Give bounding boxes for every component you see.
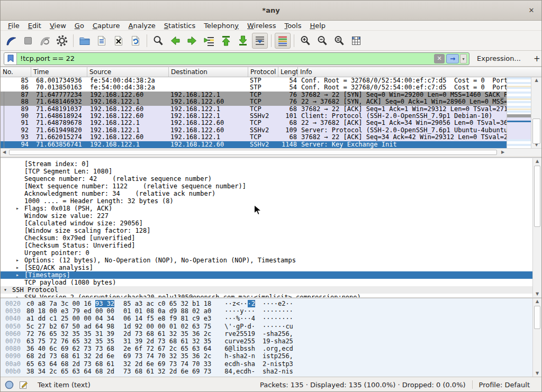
packet-row-88[interactable]: 8871.648146932192.168.122.1192.168.122.6… [1,98,507,105]
zoom-out-icon[interactable] [314,33,330,49]
capture-comment-icon[interactable] [19,380,28,389]
details-vertical-scrollbar[interactable]: ▲ ▼ [532,158,541,297]
menu-wireless[interactable]: Wireless [243,21,280,31]
packet-row-94[interactable]: 9471.663856741192.168.122.1192.168.122.6… [1,141,507,148]
reload-capture-file-icon[interactable] [128,33,143,49]
detail-line[interactable]: TCP payload (1080 bytes) [1,279,534,286]
colorize-packets-toggle-icon[interactable] [275,33,291,49]
collapse-icon[interactable]: ▾ [4,286,12,294]
detail-line[interactable]: [Checksum Status: Unverified] [1,242,534,249]
zoom-normal-icon[interactable] [331,33,347,49]
menu-edit[interactable]: Edit [24,21,46,31]
detail-line[interactable]: [Calculated window size: 29056] [1,220,534,227]
menu-go[interactable]: Go [70,21,88,31]
restart-capture-icon[interactable] [37,33,53,49]
go-back-icon[interactable] [167,33,183,49]
filter-apply-icon[interactable]: → [446,54,459,63]
expression-button[interactable]: Expression... [477,54,521,62]
packet-row-87[interactable]: 8771.647777234192.168.122.60192.168.122.… [1,92,507,98]
detail-line[interactable]: [Next sequence number: 1122 (relative se… [1,183,534,190]
hex-row-00a0[interactable]: 00a065 63 64 68 2d 73 68 6132 2d 6e 69 7… [1,360,541,368]
column-header-time[interactable]: Time [31,67,87,77]
packet-row-89[interactable]: 8971.648191037192.168.122.60192.168.122.… [1,106,507,113]
packet-row-86[interactable]: 8670.013850163fe:54:00:d4:38:2aSTP54Conf… [1,84,507,91]
column-header-no[interactable]: No. [1,67,31,77]
hex-row-0060[interactable]: 006072 76 65 32 35 35 31 392d 73 68 61 3… [1,330,541,338]
packet-row-92[interactable]: 9271.661949820192.168.122.1192.168.122.6… [1,127,507,134]
scroll-down-icon[interactable]: ▼ [533,370,541,377]
detail-line[interactable]: Sequence number: 42 (relative sequence n… [1,175,534,183]
resize-columns-icon[interactable] [348,33,364,49]
detail-line[interactable]: [Window size scaling factor: 128] [1,227,534,234]
hex-row-0040[interactable]: 0040a1 dd c1 25 00 00 04 3406 14 f5 e8 f… [1,315,541,322]
packet-row-91[interactable]: 9171.648789678192.168.122.1192.168.122.6… [1,120,507,126]
stop-capture-icon[interactable] [20,33,36,49]
packet-list-horizontal-scrollbar[interactable]: ◀ ▶ [1,148,541,156]
menu-help[interactable]: Help [305,21,330,31]
detail-line[interactable]: [TCP Segment Len: 1080] [1,168,534,175]
wireshark-start-capture-icon[interactable] [3,33,19,49]
hex-row-0030[interactable]: 003080 18 00 e3 79 ed 00 0001 01 08 0a d… [1,307,541,315]
detail-line[interactable]: ▸[Timestamps] [1,271,534,279]
column-header-source[interactable]: Source [87,67,169,77]
add-filter-button[interactable]: + [534,54,540,63]
zoom-in-icon[interactable] [297,33,313,49]
menu-telephony[interactable]: Telephony [200,21,243,31]
filter-dropdown-icon[interactable]: ▾ [460,54,467,63]
filter-clear-icon[interactable]: ✕ [434,54,445,63]
detail-line[interactable]: ▸SSH Version 2 (encryption:chacha20-poly… [1,294,534,297]
expand-icon[interactable]: ▸ [16,271,24,279]
hex-row-0050[interactable]: 00505c 27 b2 67 50 ad 64 981d 92 00 00 0… [1,323,541,330]
packet-row-93[interactable]: 9371.662015274192.168.122.60192.168.122.… [1,134,507,141]
find-packet-icon[interactable] [150,33,166,49]
detail-line[interactable]: ▸Flags: 0x018 (PSH, ACK) [1,205,534,212]
hex-row-0080[interactable]: 008036 40 6c 69 62 73 73 682e 6f 72 67 2… [1,345,541,352]
capture-file-properties-icon[interactable] [5,380,14,389]
detail-line[interactable]: ▾SSH Protocol [1,286,534,294]
scroll-up-icon[interactable]: ▲ [533,158,541,165]
detail-line[interactable]: Window size value: 227 [1,212,534,220]
go-forward-icon[interactable] [184,33,200,49]
detail-line[interactable]: [Stream index: 0] [1,160,534,168]
packet-row-90[interactable]: 9071.648618924192.168.122.60192.168.122.… [1,113,507,120]
hex-row-0070[interactable]: 007063 75 72 76 65 32 35 3531 39 2d 73 6… [1,338,541,345]
scrollbar-thumb[interactable] [534,306,540,329]
packet-list-vertical-scrollbar[interactable]: ▲ ▼ [531,77,541,148]
open-capture-file-icon[interactable] [77,33,93,49]
bytes-vertical-scrollbar[interactable]: ▲ ▼ [532,298,541,377]
hex-row-0090[interactable]: 009068 2d 73 68 61 32 2d 6e69 73 74 70 3… [1,352,541,360]
menu-tools[interactable]: Tools [280,21,305,31]
menu-view[interactable]: View [46,21,70,31]
menu-file[interactable]: File [4,21,24,31]
hex-row-0020[interactable]: 0020c0 a8 7a 3c 00 16 93 3285 a3 ac c0 6… [1,300,541,307]
scroll-left-icon[interactable]: ◀ [1,149,8,156]
packet-row-85[interactable]: 8568.001734936fe:54:00:d4:38:2aSTP54Conf… [1,77,507,84]
expand-icon[interactable]: ▸ [16,264,24,271]
detail-line[interactable]: Checksum: 0x79ed [unverified] [1,234,534,242]
detail-line[interactable]: Urgent pointer: 0 [1,249,534,257]
column-header-destination[interactable]: Destination [169,67,248,77]
display-filter-input[interactable] [17,53,434,65]
expand-icon[interactable]: ▸ [16,294,24,297]
scrollbar-thumb[interactable] [532,118,540,144]
menu-statistics[interactable]: Statistics [160,21,200,31]
go-to-packet-icon[interactable] [201,33,217,49]
scroll-up-icon[interactable]: ▲ [531,77,541,84]
go-to-first-packet-icon[interactable] [218,33,234,49]
scroll-up-icon[interactable]: ▲ [533,298,541,305]
filter-bookmark-icon[interactable] [4,53,17,65]
scrollbar-thumb[interactable] [9,150,497,155]
go-to-last-packet-icon[interactable] [235,33,251,49]
close-capture-file-icon[interactable] [111,33,127,49]
scroll-right-icon[interactable]: ▶ [499,149,507,156]
hex-row-00b0[interactable]: 00b038 34 2c 65 63 64 68 2d73 68 61 32 2… [1,368,541,375]
expand-icon[interactable]: ▸ [16,205,24,212]
column-header-protocol[interactable]: Protocol [248,67,278,77]
packet-list-minimap[interactable] [507,77,531,148]
menu-analyze[interactable]: Analyze [124,21,160,31]
menu-capture[interactable]: Capture [88,21,124,31]
detail-line[interactable]: Acknowledgment number: 34 (relative ack … [1,190,534,197]
scroll-down-icon[interactable]: ▼ [533,291,541,297]
detail-line[interactable]: ▸Options: (12 bytes), No-Operation (NOP)… [1,257,534,264]
save-capture-file-icon[interactable] [94,33,110,49]
